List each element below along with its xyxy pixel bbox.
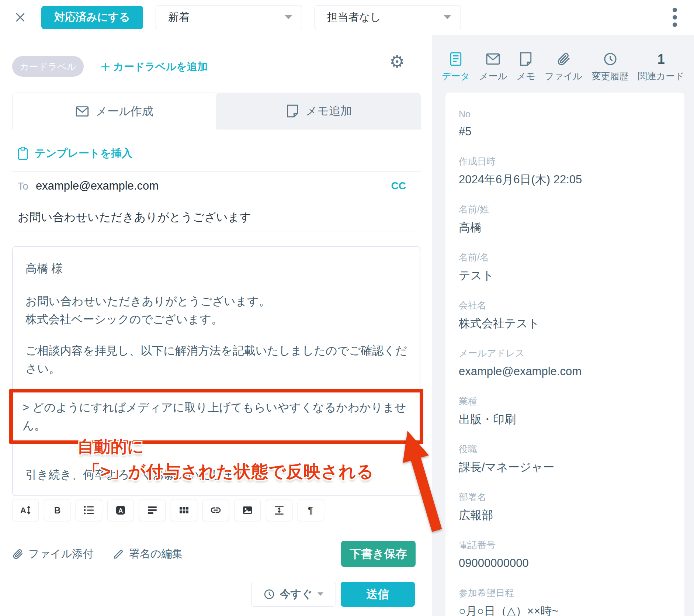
image-button[interactable]	[234, 499, 261, 521]
email-body-editor[interactable]: 高橋 様 お問い合わせいただきありがとうございます。 株式会社ベーシックのでござ…	[12, 246, 420, 496]
detail-sidebar: データ メール メモ ファイル 変更履歴	[432, 35, 694, 616]
field-label: 作成日時	[459, 155, 671, 167]
bullet-list-button[interactable]	[76, 499, 102, 521]
svg-text:A: A	[20, 506, 26, 515]
data-field: No #5	[459, 109, 671, 140]
data-field: 役職 課長/マネージャー	[459, 443, 671, 475]
field-value: 株式会社テスト	[459, 315, 671, 332]
sidebar-tab-files[interactable]: ファイル	[545, 35, 582, 83]
sidebar-tab-data[interactable]: データ	[442, 35, 470, 83]
save-draft-button[interactable]: 下書き保存	[341, 541, 416, 567]
sidebar-tab-label: 変更履歴	[592, 70, 629, 82]
cc-button[interactable]: CC	[391, 180, 406, 192]
mark-resolved-button[interactable]: 対応済みにする	[41, 6, 143, 29]
svg-text:A: A	[118, 507, 123, 514]
sidebar-tab-history[interactable]: 変更履歴	[592, 35, 629, 83]
table-button[interactable]	[171, 499, 197, 521]
send-schedule-select[interactable]: 今すぐ	[251, 582, 336, 607]
svg-text:B: B	[54, 505, 60, 515]
paperclip-icon	[12, 548, 23, 560]
tab-label: メモ追加	[306, 103, 352, 119]
chevron-down-icon	[317, 592, 323, 596]
link-button[interactable]	[202, 499, 229, 521]
send-row: 今すぐ 送信	[251, 582, 415, 607]
to-address-field[interactable]: example@example.com	[36, 179, 159, 193]
clipboard-icon	[18, 147, 28, 160]
attach-file-button[interactable]: ファイル添付	[12, 547, 94, 561]
sidebar-tab-memo[interactable]: メモ	[517, 35, 535, 83]
memo-icon	[286, 104, 299, 118]
send-button[interactable]: 送信	[341, 582, 415, 607]
clock-icon	[264, 589, 275, 600]
insert-template-text: テンプレートを挿入	[35, 146, 132, 161]
top-bar: 対応済みにする 新着 担当者なし	[0, 0, 694, 35]
chevron-down-icon	[444, 15, 451, 20]
body-line: ご相談内容を拝見し、以下に解消方法を記載いたしましたのでご確認ください。	[25, 342, 407, 378]
field-label: No	[459, 109, 671, 120]
tab-mail-compose[interactable]: メール作成	[12, 93, 217, 129]
edit-signature-button[interactable]: 署名の編集	[113, 547, 183, 561]
tab-label: メール作成	[96, 104, 153, 119]
send-schedule-value: 今すぐ	[280, 587, 312, 602]
card-label-row: カードラベル カードラベルを追加 ⚙	[12, 52, 421, 87]
mail-icon	[486, 52, 500, 66]
editor-toolbar: A B A	[12, 499, 324, 521]
sidebar-tab-label: 関連カード	[638, 70, 684, 82]
main-area: カードラベル カードラベルを追加 ⚙ メール作成 メモ追加	[0, 35, 694, 616]
font-color-icon: A	[115, 505, 126, 516]
field-label: 名前/姓	[459, 203, 671, 215]
body-line: 株式会社ベーシックのでございます。	[25, 310, 407, 328]
field-value: #5	[459, 124, 671, 140]
recipient-row: To example@example.com CC	[0, 171, 432, 203]
sidebar-tab-label: ファイル	[545, 70, 582, 82]
add-card-label-button[interactable]: カードラベルを追加	[101, 60, 208, 74]
field-value: 2024年6月6日(木) 22:05	[459, 172, 671, 188]
body-line: お問い合わせいただきありがとうございます。	[25, 292, 407, 310]
sidebar-nav: データ メール メモ ファイル 変更履歴	[432, 35, 694, 83]
memo-icon	[519, 52, 533, 66]
status-select[interactable]: 新着	[156, 6, 302, 29]
font-size-button[interactable]: A	[12, 499, 39, 521]
data-field: 名前/姓 高橋	[459, 203, 671, 236]
field-label: 役職	[459, 443, 671, 455]
sidebar-tab-label: メモ	[517, 70, 535, 82]
tab-memo-add[interactable]: メモ追加	[217, 93, 421, 129]
field-label: 会社名	[459, 299, 671, 311]
sidebar-tab-related-cards[interactable]: 1 関連カード	[638, 35, 684, 83]
assignee-select-value: 担当者なし	[327, 10, 381, 25]
bold-button[interactable]: B	[44, 499, 70, 521]
insert-template-button[interactable]: テンプレートを挿入	[18, 144, 132, 163]
add-card-label-text: カードラベルを追加	[113, 60, 208, 74]
edit-signature-text: 署名の編集	[129, 547, 183, 561]
pencil-icon	[113, 548, 124, 560]
close-icon[interactable]	[14, 11, 27, 24]
sidebar-tab-label: データ	[442, 70, 470, 82]
gear-icon[interactable]: ⚙	[389, 53, 406, 70]
svg-text:¶: ¶	[308, 505, 313, 515]
field-value: 広報部	[459, 507, 671, 523]
data-field: 名前/名 テスト	[459, 251, 671, 284]
font-color-button[interactable]: A	[107, 499, 134, 521]
related-cards-count: 1	[657, 52, 665, 66]
field-label: 部署名	[459, 491, 671, 503]
assignee-select[interactable]: 担当者なし	[315, 6, 461, 29]
data-icon	[449, 52, 463, 66]
paragraph-button[interactable]: ¶	[298, 499, 324, 521]
bold-icon: B	[52, 505, 63, 516]
form-data-card: No #5 作成日時 2024年6月6日(木) 22:05 名前/姓 高橋	[445, 93, 684, 616]
annotation-text-1: 自動的に	[77, 436, 144, 458]
line-spacing-button[interactable]	[266, 499, 292, 521]
paragraph-icon: ¶	[305, 505, 316, 516]
data-field: 部署名 広報部	[459, 491, 671, 523]
align-button[interactable]	[139, 499, 166, 521]
attachment-icon	[556, 52, 570, 66]
field-label: メールアドレス	[459, 347, 671, 359]
quoted-text: > どのようにすればメディアに取り上げてもらいやすくなるかわかりません。	[22, 398, 410, 435]
font-size-icon: A	[20, 505, 31, 516]
subject-field[interactable]: お問い合わせいただきありがとうございます	[18, 210, 251, 225]
sidebar-tab-mail[interactable]: メール	[479, 35, 507, 83]
data-field: 作成日時 2024年6月6日(木) 22:05	[459, 155, 671, 188]
data-field: メールアドレス example@example.com	[459, 347, 671, 380]
field-label: 参加希望日程	[459, 587, 671, 599]
kebab-menu-icon[interactable]	[673, 8, 677, 27]
